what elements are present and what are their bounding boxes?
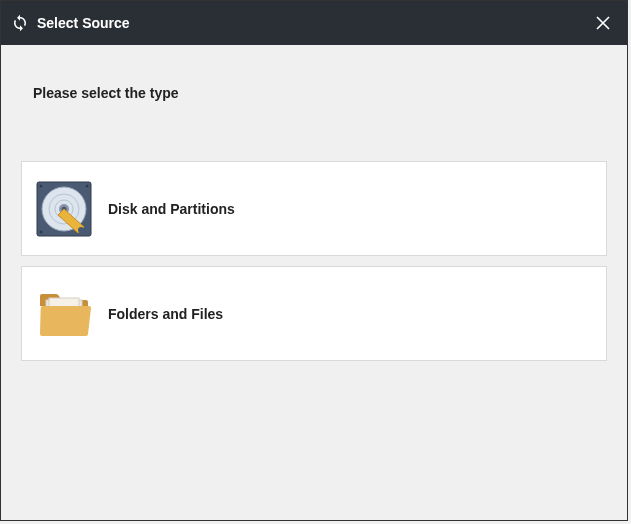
svg-point-8 [40,184,43,187]
option-folders-and-files[interactable]: Folders and Files [21,266,607,361]
titlebar-left: Select Source [11,14,130,32]
folder-icon [34,284,94,344]
disk-icon [34,179,94,239]
option-label: Folders and Files [108,306,223,322]
option-disk-and-partitions[interactable]: Disk and Partitions [21,161,607,256]
instruction-text: Please select the type [33,85,607,101]
titlebar: Select Source [1,1,627,45]
sync-icon [11,14,29,32]
svg-point-10 [40,230,43,233]
dialog-title: Select Source [37,15,130,31]
close-button[interactable] [589,9,617,37]
svg-point-9 [86,184,89,187]
dialog-body: Please select the type Disk and Par [1,45,627,391]
option-label: Disk and Partitions [108,201,235,217]
svg-point-7 [78,227,84,233]
select-source-dialog: Select Source Please select the type [0,0,628,521]
